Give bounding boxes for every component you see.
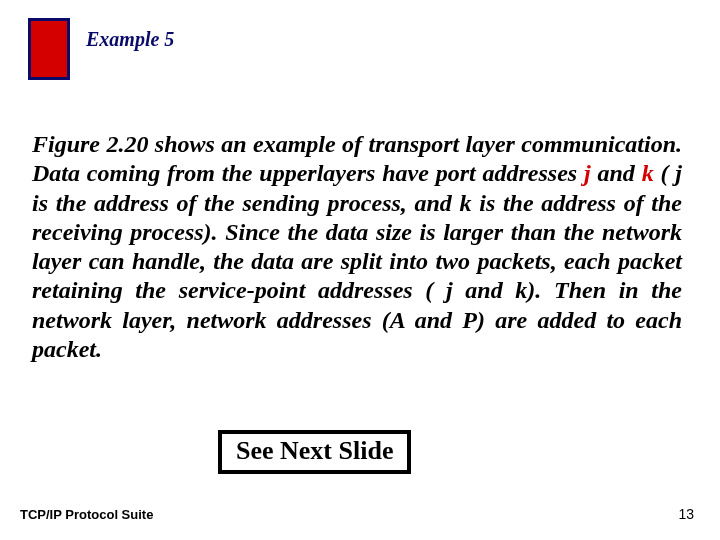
see-next-slide-box: See Next Slide [218, 430, 411, 474]
var-k: k [642, 160, 654, 186]
slide-number: 13 [678, 506, 694, 522]
footer-left-text: TCP/IP Protocol Suite [20, 507, 153, 522]
body-segment-3: ( j is the address of the sending proces… [32, 160, 682, 362]
see-next-label: See Next Slide [236, 436, 393, 465]
body-segment-2: and [591, 160, 642, 186]
slide-header: Example 5 [28, 18, 174, 80]
red-box-decoration [28, 18, 70, 80]
var-j: j [584, 160, 591, 186]
body-paragraph: Figure 2.20 shows an example of transpor… [32, 130, 682, 364]
example-title: Example 5 [86, 28, 174, 51]
